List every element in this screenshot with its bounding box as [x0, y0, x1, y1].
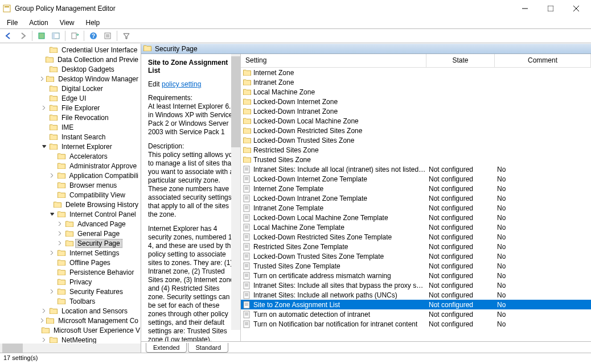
tree-node[interactable]: IME — [0, 122, 141, 132]
maximize-button[interactable] — [537, 1, 563, 16]
tree-node[interactable]: Offline Pages — [0, 258, 141, 267]
edit-policy-link[interactable]: policy setting — [162, 80, 201, 88]
minimize-button[interactable] — [512, 1, 537, 16]
tree-node[interactable]: Security Page — [0, 238, 141, 248]
menu-view[interactable]: View — [55, 18, 79, 28]
expand-icon[interactable] — [48, 289, 56, 294]
folder-icon — [58, 191, 65, 199]
list-setting-row[interactable]: Site to Zone Assignment ListNot configur… — [241, 300, 591, 309]
action-button[interactable] — [35, 30, 48, 42]
collapse-icon[interactable] — [40, 145, 48, 148]
description-header: Description: — [148, 142, 237, 151]
tree-node[interactable]: General Page — [0, 229, 141, 238]
expand-icon[interactable] — [40, 105, 48, 110]
list-folder-row[interactable]: Local Machine Zone — [241, 87, 591, 97]
column-comment[interactable]: Comment — [495, 54, 591, 67]
tree-node[interactable]: Persistence Behavior — [0, 267, 141, 277]
expand-icon[interactable] — [56, 231, 64, 236]
tree-node[interactable]: Location and Sensors — [0, 306, 141, 316]
list-setting-row[interactable]: Local Machine Zone TemplateNot configure… — [241, 222, 591, 232]
list-setting-row[interactable]: Turn on Notification bar notification fo… — [241, 319, 591, 329]
description-scrollbar[interactable] — [231, 54, 240, 330]
collapse-icon[interactable] — [48, 213, 56, 216]
list-setting-row[interactable]: Internet Zone TemplateNot configuredNo — [241, 184, 591, 193]
filter-button[interactable] — [120, 30, 133, 42]
tree-node[interactable]: Internet Explorer — [0, 142, 141, 151]
list-folder-row[interactable]: Internet Zone — [241, 68, 591, 77]
list-folder-row[interactable]: Locked-Down Internet Zone — [241, 97, 591, 106]
export-button[interactable] — [68, 30, 81, 42]
tree-node-label: General Page — [75, 229, 122, 238]
window-title: Group Policy Management Editor — [15, 5, 512, 13]
tree-node[interactable]: Internet Control Panel — [0, 209, 141, 219]
expand-icon[interactable] — [48, 250, 56, 255]
tree-node[interactable]: Microsoft Management Co — [0, 316, 141, 325]
tree-node[interactable]: Credential User Interface — [0, 45, 141, 55]
list-setting-row[interactable]: Intranet Sites: Include all local (intra… — [241, 164, 591, 174]
list-setting-row[interactable]: Locked-Down Local Machine Zone TemplateN… — [241, 213, 591, 222]
expand-icon[interactable] — [40, 318, 44, 323]
list-setting-row[interactable]: Intranet Sites: Include all network path… — [241, 290, 591, 300]
tree-node[interactable]: Advanced Page — [0, 219, 141, 229]
tree-node[interactable]: File Revocation — [0, 113, 141, 122]
list-folder-row[interactable]: Locked-Down Intranet Zone — [241, 106, 591, 116]
show-hide-tree-button[interactable] — [50, 30, 62, 42]
expand-icon[interactable] — [56, 221, 64, 226]
list-setting-row[interactable]: Restricted Sites Zone TemplateNot config… — [241, 242, 591, 251]
tree-node[interactable]: Instant Search — [0, 132, 141, 142]
list-setting-row[interactable]: Turn on certificate address mismatch war… — [241, 271, 591, 280]
menu-file[interactable]: File — [2, 18, 22, 28]
list-folder-row[interactable]: Locked-Down Local Machine Zone — [241, 116, 591, 126]
list-setting-row[interactable]: Locked-Down Restricted Sites Zone Templa… — [241, 232, 591, 242]
tree-node[interactable]: Desktop Window Manager — [0, 74, 141, 84]
tree-node[interactable]: Security Features — [0, 287, 141, 296]
expand-icon[interactable] — [40, 308, 48, 313]
tree-node[interactable]: Toolbars — [0, 296, 141, 306]
list-folder-row[interactable]: Restricted Sites Zone — [241, 145, 591, 155]
expand-icon[interactable] — [40, 337, 48, 342]
list-folder-row[interactable]: Trusted Sites Zone — [241, 155, 591, 164]
tree-node[interactable]: Administrator Approve — [0, 161, 141, 171]
list-setting-row[interactable]: Intranet Sites: Include all sites that b… — [241, 280, 591, 290]
tab-extended[interactable]: Extended — [146, 343, 187, 353]
close-button[interactable] — [563, 1, 589, 16]
tree-node[interactable]: Data Collection and Previe — [0, 55, 141, 64]
tree-node[interactable]: Desktop Gadgets — [0, 64, 141, 74]
list-setting-row[interactable]: Intranet Zone TemplateNot configuredNo — [241, 203, 591, 213]
folder-icon — [243, 127, 251, 135]
expand-icon[interactable] — [40, 76, 44, 81]
list-setting-row[interactable]: Locked-Down Internet Zone TemplateNot co… — [241, 174, 591, 184]
forward-button[interactable] — [17, 30, 29, 42]
list-header[interactable]: Setting State Comment — [241, 54, 591, 68]
list-folder-row[interactable]: Intranet Zone — [241, 77, 591, 87]
tree-node[interactable]: Application Compatibili — [0, 171, 141, 180]
tree-node[interactable]: Delete Browsing History — [0, 200, 141, 209]
tree-node[interactable]: Internet Settings — [0, 248, 141, 258]
list-folder-row[interactable]: Locked-Down Trusted Sites Zone — [241, 135, 591, 145]
tree-node[interactable]: Privacy — [0, 277, 141, 287]
tree-node[interactable]: File Explorer — [0, 103, 141, 113]
horizontal-scrollbar[interactable] — [0, 344, 141, 353]
tree-node[interactable]: Compatibility View — [0, 190, 141, 200]
list-setting-row[interactable]: Trusted Sites Zone TemplateNot configure… — [241, 261, 591, 271]
back-button[interactable] — [2, 30, 15, 42]
tree-node[interactable]: Microsoft User Experience V — [0, 325, 141, 335]
help-button[interactable]: ? — [87, 30, 100, 42]
tree-node[interactable]: Digital Locker — [0, 84, 141, 93]
menu-action[interactable]: Action — [24, 18, 52, 28]
tree-pane[interactable]: Credential User InterfaceData Collection… — [0, 44, 141, 353]
properties-button[interactable] — [101, 30, 114, 42]
menu-help[interactable]: Help — [81, 18, 105, 28]
list-setting-row[interactable]: Turn on automatic detection of intranetN… — [241, 309, 591, 319]
tree-node[interactable]: Browser menus — [0, 180, 141, 190]
list-setting-row[interactable]: Locked-Down Trusted Sites Zone TemplateN… — [241, 251, 591, 261]
tab-standard[interactable]: Standard — [188, 343, 228, 353]
tree-node[interactable]: Accelerators — [0, 151, 141, 161]
expand-icon[interactable] — [48, 173, 56, 178]
tree-node[interactable]: Edge UI — [0, 93, 141, 103]
column-state[interactable]: State — [426, 54, 495, 67]
expand-icon[interactable] — [56, 241, 64, 246]
list-setting-row[interactable]: Locked-Down Intranet Zone TemplateNot co… — [241, 193, 591, 203]
column-setting[interactable]: Setting — [241, 54, 426, 67]
list-folder-row[interactable]: Locked-Down Restricted Sites Zone — [241, 126, 591, 135]
